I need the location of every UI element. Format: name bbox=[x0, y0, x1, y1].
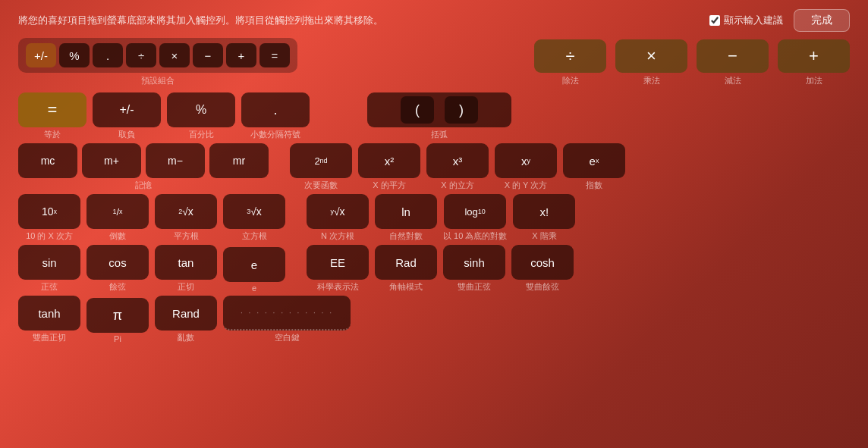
10x-block: 10x 10 的 X 次方 bbox=[18, 194, 80, 242]
ex-block: ex 指數 bbox=[563, 143, 625, 191]
pi-btn[interactable]: π bbox=[86, 298, 149, 333]
equals-block: = 等於 bbox=[18, 92, 86, 140]
ee-block: EE 科學表示法 bbox=[307, 245, 369, 293]
done-button[interactable]: 完成 bbox=[794, 9, 850, 32]
xfact-block: x! X 階乘 bbox=[513, 194, 575, 242]
parens-btn[interactable]: ( ) bbox=[367, 92, 511, 127]
sin-label: 正弦 bbox=[41, 281, 58, 293]
e-btn[interactable]: e bbox=[223, 247, 285, 282]
rand-label: 亂數 bbox=[178, 332, 194, 343]
tan-btn[interactable]: tan bbox=[155, 245, 217, 280]
preset-key-decimal[interactable]: . bbox=[93, 43, 123, 67]
op-multiply-label: 乘法 bbox=[643, 75, 660, 86]
instruction-text: 將您的喜好項目拖到螢幕底部來將其加入觸控列。將項目從觸控列拖出來將其移除。 bbox=[18, 14, 383, 27]
memory-label: 記憶 bbox=[135, 180, 152, 191]
op-add-label: 加法 bbox=[806, 75, 822, 86]
sinh-btn[interactable]: sinh bbox=[443, 245, 505, 280]
preset-key-minus[interactable]: − bbox=[193, 43, 223, 67]
xfact-label: X 階乘 bbox=[532, 230, 556, 242]
op-subtract-btn[interactable]: − bbox=[697, 39, 769, 73]
preset-key-plus[interactable]: + bbox=[226, 43, 256, 67]
show-suggestions-label[interactable]: 顯示輸入建議 bbox=[709, 14, 783, 27]
cosh-label: 雙曲餘弦 bbox=[526, 281, 559, 293]
mc-btn[interactable]: mc bbox=[18, 143, 77, 178]
top-bar: 將您的喜好項目拖到螢幕底部來將其加入觸控列。將項目從觸控列拖出來將其移除。 顯示… bbox=[0, 0, 868, 38]
rad-block: Rad 角軸模式 bbox=[375, 245, 437, 293]
xfact-btn[interactable]: x! bbox=[513, 194, 575, 229]
sin-btn[interactable]: sin bbox=[18, 245, 80, 280]
preset-key-plus-minus[interactable]: +/- bbox=[26, 43, 56, 67]
x2-btn[interactable]: x² bbox=[358, 143, 420, 178]
x3-block: x³ X 的立方 bbox=[426, 143, 489, 191]
cosh-btn[interactable]: cosh bbox=[511, 245, 574, 280]
ex-btn[interactable]: ex bbox=[563, 143, 625, 178]
ee-btn[interactable]: EE bbox=[307, 245, 369, 280]
sqrt-btn[interactable]: 2√x bbox=[155, 194, 217, 229]
tanh-block: tanh 雙曲正切 bbox=[18, 296, 80, 343]
pi-block: π Pi bbox=[86, 298, 149, 343]
preset-key-divide[interactable]: ÷ bbox=[126, 43, 156, 67]
tanh-label: 雙曲正切 bbox=[33, 332, 66, 343]
decimal-label: 小數分隔符號 bbox=[250, 129, 300, 140]
op-divide-btn[interactable]: ÷ bbox=[534, 39, 606, 73]
equals-btn[interactable]: = bbox=[18, 92, 86, 127]
e-block: e e bbox=[223, 247, 285, 293]
plus-minus-label: 取負 bbox=[118, 129, 135, 140]
space-btn[interactable]: · · · · · · · · · · · · bbox=[223, 296, 351, 331]
sin-block: sin 正弦 bbox=[18, 245, 80, 293]
e-label: e bbox=[252, 284, 256, 293]
log10-block: log10 以 10 為底的對數 bbox=[443, 194, 507, 242]
space-block: · · · · · · · · · · · · 空白鍵 bbox=[223, 296, 351, 343]
cos-btn[interactable]: cos bbox=[86, 245, 149, 280]
cosh-block: cosh 雙曲餘弦 bbox=[511, 245, 574, 293]
cos-label: 餘弦 bbox=[109, 281, 126, 293]
preset-keys-container: +/- % . ÷ × − + = bbox=[18, 38, 297, 73]
10x-btn[interactable]: 10x bbox=[18, 194, 80, 229]
sinh-label: 雙曲正弦 bbox=[458, 281, 491, 293]
op-subtract-block: − 減法 bbox=[697, 39, 769, 86]
ln-label: 自然對數 bbox=[389, 230, 423, 242]
percent-block: % 百分比 bbox=[167, 92, 235, 140]
rand-btn[interactable]: Rand bbox=[155, 296, 217, 331]
rad-btn[interactable]: Rad bbox=[375, 245, 437, 280]
10x-label: 10 的 X 次方 bbox=[26, 230, 73, 242]
log10-label: 以 10 為底的對數 bbox=[443, 230, 507, 242]
ee-label: 科學表示法 bbox=[317, 281, 359, 293]
2nd-btn[interactable]: 2nd bbox=[290, 143, 352, 178]
yrt-block: y√x N 次方根 bbox=[307, 194, 369, 242]
ln-btn[interactable]: ln bbox=[375, 194, 437, 229]
log10-btn[interactable]: log10 bbox=[444, 194, 506, 229]
x2-label: X 的平方 bbox=[373, 180, 405, 191]
decimal-block: . 小數分隔符號 bbox=[241, 92, 310, 140]
preset-key-percent[interactable]: % bbox=[59, 43, 90, 67]
preset-key-equals[interactable]: = bbox=[259, 43, 290, 67]
cbrt-btn[interactable]: 3√x bbox=[223, 194, 285, 229]
x3-btn[interactable]: x³ bbox=[426, 143, 489, 178]
op-add-btn[interactable]: + bbox=[778, 39, 850, 73]
show-suggestions-checkbox[interactable] bbox=[709, 15, 720, 26]
op-multiply-btn[interactable]: × bbox=[615, 39, 687, 73]
mr-btn[interactable]: mr bbox=[209, 143, 269, 178]
sinh-block: sinh 雙曲正弦 bbox=[443, 245, 505, 293]
preset-key-multiply[interactable]: × bbox=[159, 43, 190, 67]
plus-minus-btn[interactable]: +/- bbox=[93, 92, 161, 127]
ln-block: ln 自然對數 bbox=[375, 194, 437, 242]
x2-block: x² X 的平方 bbox=[358, 143, 420, 191]
xy-btn[interactable]: xy bbox=[495, 143, 557, 178]
op-divide-block: ÷ 除法 bbox=[534, 39, 606, 86]
mplus-btn[interactable]: m+ bbox=[82, 143, 141, 178]
tanh-btn[interactable]: tanh bbox=[18, 296, 80, 331]
inv-btn[interactable]: 1/x bbox=[86, 194, 149, 229]
x3-label: X 的立方 bbox=[441, 180, 473, 191]
op-add-block: + 加法 bbox=[778, 39, 850, 86]
equals-label: 等於 bbox=[44, 129, 61, 140]
yrt-btn[interactable]: y√x bbox=[307, 194, 369, 229]
mminus-btn[interactable]: m− bbox=[146, 143, 205, 178]
inv-block: 1/x 倒數 bbox=[86, 194, 149, 242]
pi-label: Pi bbox=[114, 334, 121, 343]
decimal-btn[interactable]: . bbox=[241, 92, 310, 127]
plus-minus-block: +/- 取負 bbox=[93, 92, 161, 140]
percent-btn[interactable]: % bbox=[167, 92, 235, 127]
parens-label: 括弧 bbox=[431, 129, 448, 140]
space-label: 空白鍵 bbox=[275, 332, 300, 343]
